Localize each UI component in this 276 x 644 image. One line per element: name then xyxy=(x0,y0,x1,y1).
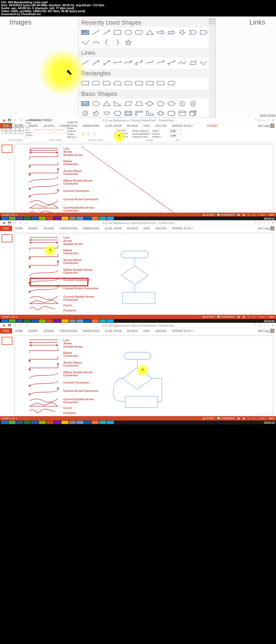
selected-diagonal-line[interactable] xyxy=(80,144,179,217)
style-previews[interactable] xyxy=(33,126,65,133)
elbow-double-arrow-icon[interactable] xyxy=(134,59,144,67)
tab-addins[interactable]: ADD-INS xyxy=(153,330,169,333)
frame-icon[interactable] xyxy=(123,109,133,117)
rectangle-icon[interactable] xyxy=(112,28,123,36)
selection-pane-btn[interactable]: Selection Pane xyxy=(132,135,150,138)
rect-rounddiag-icon[interactable] xyxy=(156,79,166,87)
taskbar-app-13[interactable] xyxy=(99,421,106,424)
ribbon-opts-icon[interactable]: ▢ xyxy=(258,221,261,224)
slide-thumb-1[interactable] xyxy=(2,337,12,345)
taskbar-app-9[interactable] xyxy=(69,217,76,220)
curved-connector-icon[interactable] xyxy=(145,59,155,67)
view-normal-icon[interactable]: ▦ xyxy=(237,417,240,420)
tab-animations[interactable]: ANIMATIONS xyxy=(80,124,102,127)
user-label[interactable]: Jeff Craig xyxy=(257,124,274,128)
taskbar-app-6[interactable] xyxy=(46,421,53,424)
right-brace-icon[interactable] xyxy=(112,38,123,46)
tab-view[interactable]: VIEW xyxy=(140,330,153,333)
zoom-slider[interactable]: ──●── xyxy=(258,213,266,216)
taskbar-app-2[interactable] xyxy=(16,217,23,220)
bent-arrow-icon[interactable] xyxy=(166,28,177,36)
taskbar-app-0[interactable] xyxy=(1,421,8,424)
user-label[interactable]: Jeff Craig xyxy=(257,226,274,231)
ribbon-opts-icon[interactable]: ▢ xyxy=(258,119,261,122)
help-icon[interactable]: ? xyxy=(255,119,256,122)
view-normal-icon[interactable]: ▦ xyxy=(237,316,240,318)
scroll-up-button[interactable] xyxy=(209,18,215,24)
octagon-icon[interactable]: 10 xyxy=(188,100,198,108)
comments-btn[interactable]: 💬 COMMENTS xyxy=(217,316,235,318)
heptagon-icon[interactable]: 8 xyxy=(177,100,187,108)
shape-effects-btn[interactable]: Shape Effects ▾ xyxy=(67,133,78,139)
tab-animations[interactable]: ANIMATIONS xyxy=(80,227,102,230)
zoom-slider[interactable]: ──●── xyxy=(258,316,266,318)
tab-links[interactable]: Links xyxy=(242,18,273,26)
tab-file[interactable]: FILE xyxy=(0,226,12,231)
tab-view[interactable]: VIEW xyxy=(140,227,153,230)
cross-icon[interactable] xyxy=(156,109,166,117)
notes-btn[interactable]: ▤ NOTES xyxy=(203,316,214,318)
taskbar-app-9[interactable] xyxy=(69,421,76,424)
windows-taskbar[interactable] xyxy=(0,216,276,220)
ellipse-icon[interactable] xyxy=(91,100,101,108)
taskbar-app-7[interactable] xyxy=(54,217,61,220)
windows-taskbar[interactable] xyxy=(0,421,276,424)
oval-icon[interactable] xyxy=(123,28,133,36)
arrow-line-icon[interactable] xyxy=(102,28,112,36)
shapes-mini-gallery[interactable] xyxy=(2,124,24,134)
tab-review[interactable]: REVIEW xyxy=(124,124,140,127)
tab-view[interactable]: VIEW xyxy=(140,124,153,127)
close-icon[interactable]: ✕ xyxy=(272,324,274,327)
line-arrow-icon[interactable] xyxy=(91,59,101,67)
elbow-arrow-icon[interactable] xyxy=(123,59,133,67)
tab-images[interactable]: Images xyxy=(1,18,40,26)
slideshow-icon[interactable]: ▭ xyxy=(24,221,29,225)
comments-btn[interactable]: 💬 COMMENTS xyxy=(217,213,235,216)
parallelogram-icon[interactable] xyxy=(123,100,133,108)
taskbar-app-1[interactable] xyxy=(9,319,16,323)
taskbar-app-0[interactable] xyxy=(1,319,8,323)
redo-icon[interactable]: ↷ xyxy=(18,221,23,225)
tab-ispring[interactable]: ISPRING SUITE 7 xyxy=(169,330,197,333)
group-btn[interactable]: Group ▾ xyxy=(152,133,161,135)
zoom-level[interactable]: 80% xyxy=(269,417,274,420)
view-sorter-icon[interactable]: ▦ xyxy=(243,417,245,420)
slideshow-icon[interactable]: ▭ xyxy=(24,323,29,328)
rect-snipround-icon[interactable] xyxy=(123,79,133,87)
width-input[interactable] xyxy=(170,134,181,138)
view-sorter-icon[interactable]: ▦ xyxy=(243,316,245,318)
taskbar-app-5[interactable] xyxy=(39,421,46,424)
rect-round1-icon[interactable] xyxy=(134,79,144,87)
undo-icon[interactable]: ↶ xyxy=(13,221,18,225)
can-icon[interactable] xyxy=(177,109,187,117)
minimize-icon[interactable]: — xyxy=(263,221,266,224)
arc-icon[interactable] xyxy=(91,38,101,46)
edit-shape-btn[interactable]: Edit Shape ▾ xyxy=(25,119,33,127)
help-icon[interactable]: ? xyxy=(255,324,256,327)
tab-addins[interactable]: ADD-INS xyxy=(153,227,169,230)
tab-review[interactable]: REVIEW xyxy=(124,330,140,333)
diamond-icon[interactable] xyxy=(145,100,155,108)
height-input[interactable] xyxy=(170,129,181,133)
curved-double-arrow-icon[interactable] xyxy=(166,59,177,67)
view-reading-icon[interactable]: ▭ xyxy=(248,316,250,318)
user-label[interactable]: Jeff Craig xyxy=(257,329,274,333)
taskbar-app-5[interactable] xyxy=(39,319,46,323)
tab-format[interactable]: FORMAT xyxy=(204,124,220,127)
hexagon-icon[interactable] xyxy=(166,100,177,108)
taskbar-app-11[interactable] xyxy=(84,421,91,424)
taskbar-app-9[interactable] xyxy=(69,319,76,323)
tab-slideshow[interactable]: SLIDE SHOW xyxy=(102,227,125,230)
tab-addins[interactable]: ADD-INS xyxy=(153,124,169,127)
windows-taskbar[interactable] xyxy=(0,319,276,323)
tab-transitions[interactable]: TRANSITIONS xyxy=(57,227,80,230)
taskbar-app-13[interactable] xyxy=(99,319,106,323)
tab-design[interactable]: DESIGN xyxy=(41,227,57,230)
slide-canvas[interactable]: LineArrowDouble ArrowElbow ConnectorArro… xyxy=(15,144,273,213)
half-frame-icon[interactable] xyxy=(134,109,144,117)
taskbar-app-1[interactable] xyxy=(9,217,16,220)
bring-forward-btn[interactable]: Bring Forward ▾ xyxy=(132,130,150,133)
tab-slideshow[interactable]: SLIDE SHOW xyxy=(102,124,125,127)
taskbar-app-6[interactable] xyxy=(46,217,53,220)
close-icon[interactable]: ✕ xyxy=(272,221,274,224)
